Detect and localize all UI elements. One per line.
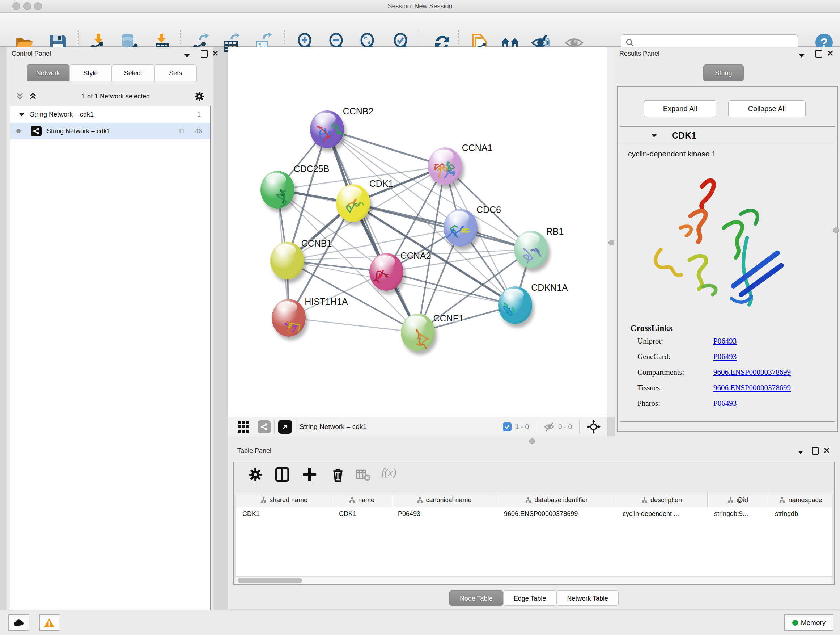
- memory-button[interactable]: Memory: [784, 614, 834, 631]
- protein-name: CDK1: [672, 130, 696, 141]
- node-CCNA1[interactable]: [428, 147, 462, 185]
- cloud-button[interactable]: [8, 614, 29, 631]
- table-settings-gear-icon[interactable]: [248, 467, 263, 482]
- crosslink-link[interactable]: P06493: [714, 399, 737, 408]
- column-header-name[interactable]: name: [332, 493, 392, 507]
- tab-edge-table[interactable]: Edge Table: [503, 591, 557, 606]
- tab-string[interactable]: String: [703, 65, 744, 81]
- search-input[interactable]: [637, 39, 798, 47]
- node-CCNB1[interactable]: [270, 242, 304, 279]
- column-header-label: canonical name: [426, 496, 471, 504]
- node-table[interactable]: shared namenamecanonical namedatabase id…: [235, 493, 832, 577]
- results-panel-menu-icon[interactable]: [798, 51, 806, 59]
- tab-network[interactable]: Network: [27, 65, 69, 81]
- show-columns-icon[interactable]: [275, 467, 290, 482]
- column-header-sharedname[interactable]: shared name: [236, 493, 332, 507]
- crosslink-row: GeneCard:P06493: [638, 352, 835, 361]
- control-panel-close-icon[interactable]: ✕: [211, 50, 219, 57]
- table-row[interactable]: CDK1CDK1P064939606.ENSP00000378699cyclin…: [236, 507, 832, 522]
- results-panel-title: Results Panel: [619, 50, 660, 57]
- node-CDC6[interactable]: [444, 209, 477, 247]
- column-header-description[interactable]: description: [616, 493, 707, 507]
- control-panel-menu-icon[interactable]: [183, 51, 191, 59]
- column-header-label: @id: [737, 496, 748, 504]
- network-row[interactable]: String Network – cdk1 11 48: [11, 123, 210, 139]
- protein-disclosure-icon[interactable]: [651, 134, 657, 137]
- node-structure-icon: [428, 147, 462, 185]
- table-cell[interactable]: stringdb:9...: [707, 507, 768, 522]
- window-edge-handle[interactable]: [833, 227, 839, 233]
- tab-select[interactable]: Select: [112, 65, 155, 81]
- tab-style[interactable]: Style: [69, 65, 112, 81]
- add-column-icon[interactable]: [302, 467, 317, 482]
- delete-column-icon[interactable]: [330, 467, 346, 482]
- table-cell[interactable]: cyclin-dependent ...: [616, 507, 707, 522]
- collection-disclosure-icon[interactable]: [19, 112, 24, 116]
- memory-status-icon: [792, 620, 798, 625]
- attribute-icon: [779, 497, 785, 503]
- delete-table-icon[interactable]: [355, 467, 371, 482]
- table-panel-close-icon[interactable]: ✕: [823, 447, 831, 455]
- tab-sets[interactable]: Sets: [155, 65, 197, 81]
- scrollbar-thumb[interactable]: [238, 578, 302, 583]
- node-RB1[interactable]: [514, 231, 548, 268]
- table-cell[interactable]: CDK1: [332, 507, 392, 522]
- column-header-id[interactable]: @id: [707, 493, 768, 507]
- table-cell[interactable]: CDK1: [236, 507, 332, 522]
- table-cell[interactable]: stringdb: [768, 507, 832, 522]
- results-panel-splitter[interactable]: [607, 47, 616, 417]
- network-options-gear-icon[interactable]: [194, 91, 205, 102]
- collapse-all-button[interactable]: Collapse All: [728, 100, 806, 117]
- splitter-handle[interactable]: [529, 439, 535, 444]
- network-canvas[interactable]: CCNB2CCNA1CDC25BCDK1CDC6RB1CCNB1CCNA2CDK…: [228, 47, 607, 417]
- node-CCNA2[interactable]: [369, 253, 403, 291]
- tab-network-table[interactable]: Network Table: [556, 591, 619, 606]
- node-CDKN1A[interactable]: [498, 287, 532, 324]
- splitter-handle[interactable]: [608, 240, 614, 245]
- tab-node-table[interactable]: Node Table: [449, 591, 503, 606]
- collapse-all-icon[interactable]: [28, 92, 38, 101]
- protein-section-header[interactable]: CDK1: [620, 127, 835, 144]
- results-panel-close-icon[interactable]: ✕: [826, 50, 834, 57]
- network-view-icon[interactable]: [257, 420, 271, 433]
- control-panel-float-icon[interactable]: [200, 50, 208, 58]
- table-cell[interactable]: 9606.ENSP00000378699: [497, 507, 616, 522]
- table-cell[interactable]: P06493: [392, 507, 497, 522]
- grid-view-icon[interactable]: [237, 421, 249, 433]
- node-label-CCNE1: CCNE1: [433, 313, 464, 324]
- expand-all-button[interactable]: Expand All: [644, 100, 716, 117]
- network-collection-row[interactable]: String Network – cdk1 1: [11, 106, 210, 123]
- node-CDK1[interactable]: [336, 184, 370, 222]
- node-CDC25B[interactable]: [261, 171, 294, 209]
- hidden-eye-icon[interactable]: [544, 421, 554, 432]
- column-header-databaseidentifier[interactable]: database identifier: [497, 493, 616, 507]
- network-label: String Network – cdk1: [47, 127, 111, 135]
- birds-eye-icon[interactable]: [587, 420, 600, 434]
- crosslink-row: Uniprot:P06493: [638, 337, 835, 346]
- node-structure-icon: [369, 253, 403, 291]
- node-CCNE1[interactable]: [401, 314, 435, 351]
- main-toolbar: ?: [0, 13, 840, 47]
- crosslink-link[interactable]: 9606.ENSP00000378699: [714, 368, 791, 377]
- crosslink-link[interactable]: P06493: [714, 337, 737, 346]
- detach-view-icon[interactable]: [278, 420, 292, 434]
- node-structure-icon: [336, 184, 370, 222]
- crosslink-link[interactable]: 9606.ENSP00000378699: [714, 383, 791, 393]
- horizontal-scrollbar[interactable]: [235, 576, 832, 584]
- function-builder-icon[interactable]: f(x): [381, 466, 396, 478]
- expand-all-icon[interactable]: [15, 92, 25, 101]
- node-CCNB2[interactable]: [310, 111, 344, 148]
- results-panel-float-icon[interactable]: [815, 50, 823, 58]
- selected-checkbox-icon[interactable]: [503, 423, 512, 431]
- table-panel-title: Table Panel: [237, 447, 271, 455]
- crosslink-link[interactable]: P06493: [714, 352, 737, 361]
- column-header-namespace[interactable]: namespace: [768, 493, 832, 507]
- network-current-dot-icon: [16, 129, 21, 133]
- node-HIST1H1A[interactable]: [272, 299, 306, 337]
- node-label-CCNA2: CCNA2: [401, 250, 431, 261]
- table-panel-menu-icon[interactable]: [797, 448, 805, 456]
- table-panel-float-icon[interactable]: [811, 447, 819, 455]
- collection-count: 1: [197, 111, 201, 119]
- column-header-canonicalname[interactable]: canonical name: [392, 493, 497, 507]
- warnings-button[interactable]: [39, 614, 59, 631]
